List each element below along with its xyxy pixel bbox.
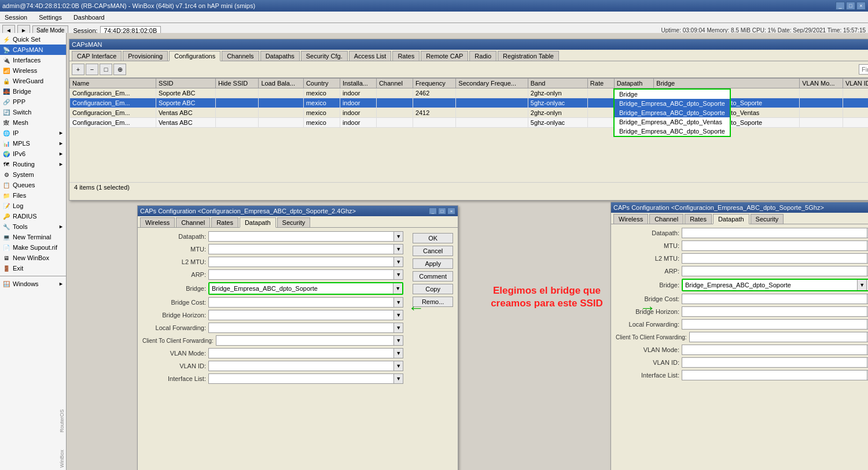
sidebar-item-bridge[interactable]: 🌉 Bridge: [0, 86, 66, 97]
input-r-bridge-horizon[interactable]: [682, 306, 867, 317]
input-r-bridge[interactable]: Bridge_Empresa_ABC_dpto_Soporte: [683, 280, 857, 290]
copy-button[interactable]: Copy: [413, 284, 453, 294]
tab-left-wireless[interactable]: Wireless: [140, 217, 175, 227]
dialog-left-maximize-btn[interactable]: □: [438, 208, 446, 214]
input-r-datapath[interactable]: [682, 228, 867, 238]
find-input[interactable]: [859, 64, 868, 75]
input-interface-list[interactable]: [208, 373, 394, 384]
input-bridge-cost[interactable]: [208, 297, 394, 308]
table-row[interactable]: Configuracion_Em... Ventas ABC mexico in…: [70, 108, 869, 118]
input-r-arp[interactable]: [682, 266, 867, 276]
dialog-left-minimize-btn[interactable]: _: [429, 208, 437, 214]
input-mtu[interactable]: [208, 244, 394, 254]
input-client-to-client[interactable]: [216, 335, 395, 346]
input-r-local-forwarding[interactable]: [682, 319, 867, 330]
tab-left-security[interactable]: Security: [277, 217, 311, 227]
dropdown-arrow-datapath[interactable]: ▼: [394, 231, 403, 242]
input-datapath[interactable]: [208, 231, 394, 242]
input-local-forwarding[interactable]: [208, 323, 394, 333]
dropdown-arrow-vlan-mode[interactable]: ▼: [394, 348, 403, 358]
tab-security-cfg[interactable]: Security Cfg.: [301, 51, 348, 61]
dropdown-arrow-local-forwarding[interactable]: ▼: [394, 323, 403, 333]
table-row[interactable]: Configuracion_Em... Soporte ABC mexico i…: [70, 98, 869, 108]
apply-button[interactable]: Apply: [413, 258, 453, 269]
dropdown-arrow-bridge-horizon[interactable]: ▼: [394, 310, 403, 320]
sidebar-item-ip[interactable]: 🌐 IP ►: [0, 128, 66, 138]
sidebar-item-radius[interactable]: 🔑 RADIUS: [0, 211, 66, 221]
dropdown-arrow-interface-list[interactable]: ▼: [394, 373, 403, 384]
sidebar-item-switch[interactable]: 🔄 Switch: [0, 107, 66, 117]
input-bridge-horizon[interactable]: [208, 310, 394, 320]
sidebar-item-mpls[interactable]: 📊 MPLS ►: [0, 138, 66, 149]
table-row[interactable]: Configuracion_Em... Soporte ABC mexico i…: [70, 88, 869, 98]
comment-button[interactable]: Comment: [413, 271, 453, 282]
sidebar-item-windows[interactable]: 🪟 Windows ►: [0, 279, 66, 289]
close-button[interactable]: ×: [856, 2, 866, 10]
dropdown-arrow-bridge[interactable]: ▼: [393, 283, 402, 294]
tab-left-rates[interactable]: Rates: [211, 217, 238, 227]
input-r-mtu[interactable]: [682, 240, 867, 251]
sidebar-item-exit[interactable]: 🚪 Exit: [0, 263, 66, 273]
tab-registration-table[interactable]: Registration Table: [498, 51, 559, 61]
sidebar-item-tools[interactable]: 🔧 Tools ►: [0, 221, 66, 232]
remove-button[interactable]: −: [86, 64, 98, 75]
sidebar-item-files[interactable]: 📁 Files: [0, 190, 66, 201]
bridge-option-ventas[interactable]: Bridge_Empresa_ABC_dpto_Ventas: [615, 117, 730, 127]
input-arp[interactable]: [208, 269, 394, 280]
settings-button[interactable]: ⊕: [113, 64, 126, 75]
sidebar-item-new-winbox[interactable]: 🖥 New WinBox: [0, 253, 66, 263]
input-r-vlan-mode[interactable]: [682, 345, 867, 355]
input-r-interface-list[interactable]: [682, 370, 867, 380]
tab-remote-cap[interactable]: Remote CAP: [421, 51, 468, 61]
sidebar-item-ipv6[interactable]: 🌍 IPv6 ►: [0, 149, 66, 159]
sidebar-item-interfaces[interactable]: 🔌 Interfaces: [0, 55, 66, 65]
sidebar-item-ppp[interactable]: 🔗 PPP: [0, 97, 66, 107]
table-row[interactable]: Configuracion_Em... Ventas ABC mexico in…: [70, 118, 869, 128]
minimize-button[interactable]: _: [836, 2, 845, 10]
input-r-vlan-id[interactable]: [682, 357, 867, 368]
tab-left-datapath[interactable]: Datapath: [240, 217, 276, 228]
tab-datapaths[interactable]: Datapaths: [260, 51, 300, 61]
sidebar-item-log[interactable]: 📝 Log: [0, 201, 66, 211]
input-bridge[interactable]: Bridge_Empresa_ABC_dpto_Soporte: [209, 283, 393, 294]
sidebar-item-mesh[interactable]: 🕸 Mesh: [0, 117, 66, 128]
menu-session[interactable]: Session: [2, 13, 30, 22]
bridge-option-soporte-1[interactable]: Bridge_Empresa_ABC_dpto_Soporte: [615, 99, 730, 108]
input-vlan-mode[interactable]: [208, 348, 394, 358]
input-r-bridge-cost[interactable]: [682, 294, 867, 304]
input-r-l2mtu[interactable]: [682, 253, 867, 264]
cancel-button[interactable]: Cancel: [413, 246, 453, 256]
dropdown-arrow-vlan-id[interactable]: ▼: [394, 361, 403, 371]
tab-right-wireless[interactable]: Wireless: [613, 214, 648, 224]
input-r-client-to-client[interactable]: [689, 332, 868, 342]
tab-radio[interactable]: Radio: [469, 51, 496, 61]
sidebar-item-make-supout[interactable]: 📄 Make Supout.rif: [0, 242, 66, 253]
dropdown-arrow-bridge-cost[interactable]: ▼: [394, 297, 403, 308]
ok-button[interactable]: OK: [413, 233, 453, 243]
tab-channels[interactable]: Channels: [222, 51, 259, 61]
sidebar-item-system[interactable]: ⚙ System: [0, 169, 66, 180]
menu-dashboard[interactable]: Dashboard: [71, 13, 107, 22]
sidebar-item-wireguard[interactable]: 🔒 WireGuard: [0, 76, 66, 86]
sidebar-item-new-terminal[interactable]: 💻 New Terminal: [0, 232, 66, 242]
maximize-button[interactable]: □: [846, 2, 855, 10]
tab-left-channel[interactable]: Channel: [176, 217, 210, 227]
tab-rates[interactable]: Rates: [392, 51, 420, 61]
tab-right-security[interactable]: Security: [751, 214, 784, 224]
bridge-option-soporte-2[interactable]: Bridge_Empresa_ABC_dpto_Soporte: [615, 108, 730, 117]
sidebar-item-quick-set[interactable]: ⚡ Quick Set: [0, 34, 66, 45]
sidebar-item-capsman[interactable]: 📡 CAPsMAN: [0, 45, 66, 55]
dropdown-arrow-r-bridge[interactable]: ▼: [857, 280, 866, 290]
dropdown-arrow-mtu[interactable]: ▼: [394, 244, 403, 254]
tab-access-list[interactable]: Access List: [349, 51, 392, 61]
tab-right-rates[interactable]: Rates: [685, 214, 712, 224]
input-vlan-id[interactable]: [208, 361, 394, 371]
add-button[interactable]: +: [72, 64, 84, 75]
menu-settings[interactable]: Settings: [36, 13, 64, 22]
dropdown-arrow-client-to-client[interactable]: ▼: [394, 335, 403, 346]
dropdown-arrow-l2mtu[interactable]: ▼: [394, 257, 403, 267]
dialog-left-close-btn[interactable]: ×: [447, 208, 455, 214]
sidebar-item-routing[interactable]: 🗺 Routing ►: [0, 159, 66, 169]
input-l2mtu[interactable]: [208, 257, 394, 267]
sidebar-item-wireless[interactable]: 📶 Wireless: [0, 65, 66, 76]
